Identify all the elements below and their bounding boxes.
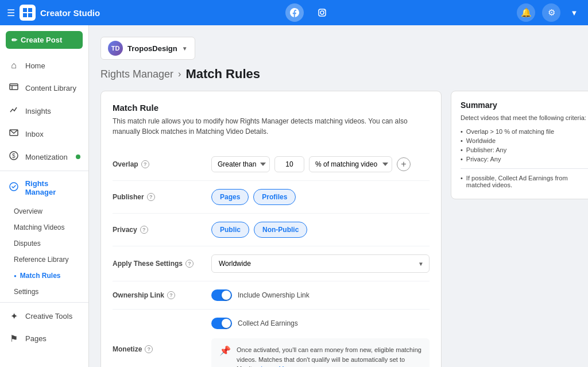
summary-item-overlap: Overlap > 10 % of matching file — [461, 127, 588, 136]
overlap-comparator-select[interactable]: Greater than Less than Equal to — [211, 156, 270, 172]
summary-list: Overlap > 10 % of matching file Worldwid… — [461, 127, 588, 164]
main-card: Match Rule This match rule allows you to… — [100, 91, 442, 367]
ownership-link-toggle-row: Include Ownership Link — [211, 289, 310, 301]
publisher-controls: Pages Profiles — [211, 189, 296, 205]
overlap-row: Overlap ? Greater than Less than Equal t… — [113, 148, 430, 181]
summary-card: Summary Detect videos that meet the foll… — [451, 91, 588, 199]
account-dropdown-arrow-icon: ▼ — [182, 45, 188, 52]
summary-title: Summary — [461, 101, 588, 110]
nav-center — [100, 3, 517, 22]
sidebar-item-pages[interactable]: ⚑ Pages — [0, 327, 88, 350]
monetize-toggle-thumb — [222, 319, 231, 328]
settings-button[interactable]: ⚙ — [542, 3, 560, 22]
info-box-text: Once activated, you'll can earn money fr… — [237, 345, 421, 367]
creative-tools-icon: ✦ — [8, 311, 20, 322]
sidebar: ✏ Create Post ⌂ Home Content Library Ins… — [0, 25, 89, 367]
inbox-icon — [8, 128, 20, 140]
facebook-nav-icon[interactable] — [285, 3, 304, 22]
summary-item-location: Worldwide — [461, 136, 588, 145]
publisher-profiles-button[interactable]: Profiles — [253, 189, 296, 205]
ownership-link-toggle-label: Include Ownership Link — [238, 291, 310, 299]
create-post-button[interactable]: ✏ Create Post — [6, 31, 83, 49]
sidebar-item-content-library[interactable]: Content Library — [0, 76, 88, 99]
monetization-icon: $ — [8, 151, 20, 163]
breadcrumb-parent: Rights Manager — [100, 68, 173, 80]
svg-point-6 — [324, 10, 325, 11]
top-nav: ☰ Creator Studio 🔔 ⚙ ▼ — [0, 0, 588, 25]
apply-settings-help-icon[interactable]: ? — [185, 260, 194, 268]
svg-rect-7 — [10, 84, 18, 90]
ownership-link-toggle-thumb — [222, 291, 231, 300]
sidebar-item-inbox[interactable]: Inbox — [0, 122, 88, 145]
overlap-value-input[interactable] — [274, 156, 304, 172]
apply-settings-row: Apply These Settings ? Worldwide United … — [113, 246, 430, 281]
submenu-settings[interactable]: Settings — [0, 284, 88, 300]
location-select-wrapper: Worldwide United States United Kingdom C… — [211, 254, 430, 273]
add-overlap-condition-button[interactable]: + — [397, 157, 411, 171]
match-rule-title: Match Rule — [113, 103, 430, 113]
sidebar-item-monetization[interactable]: $ Monetization — [0, 145, 88, 168]
sidebar-item-rights-manager[interactable]: Rights Manager — [0, 173, 88, 202]
nav-left: ☰ Creator Studio — [7, 5, 100, 21]
monetize-info-box: 📌 Once activated, you'll can earn money … — [211, 338, 430, 367]
location-select[interactable]: Worldwide United States United Kingdom C… — [211, 254, 430, 273]
svg-rect-1 — [28, 8, 32, 12]
monetize-help-icon[interactable]: ? — [145, 345, 153, 353]
main-layout: ✏ Create Post ⌂ Home Content Library Ins… — [0, 25, 588, 367]
submenu-match-rules[interactable]: Match Rules — [0, 268, 88, 284]
submenu-matching-videos[interactable]: Matching Videos — [0, 219, 88, 235]
nav-right: 🔔 ⚙ ▼ — [517, 3, 581, 22]
account-avatar: TD — [108, 41, 123, 56]
content-area: TD TroposDesign ▼ Rights Manager › Match… — [89, 25, 588, 367]
summary-item-collect-earnings: If possible, Collect Ad Earnings from ma… — [461, 173, 588, 190]
breadcrumb-arrow-icon: › — [178, 69, 181, 79]
notifications-button[interactable]: 🔔 — [517, 3, 535, 22]
privacy-non-public-button[interactable]: Non-Public — [254, 222, 307, 238]
instagram-nav-icon[interactable] — [313, 3, 331, 22]
submenu-reference-library[interactable]: Reference Library — [0, 252, 88, 268]
publisher-pages-button[interactable]: Pages — [211, 189, 249, 205]
privacy-public-button[interactable]: Public — [211, 222, 249, 238]
summary-divider — [461, 168, 588, 169]
content-library-icon — [8, 82, 20, 94]
match-rule-description: This match rule allows you to modify how… — [113, 116, 430, 137]
sidebar-divider-2 — [0, 302, 88, 303]
privacy-row: Privacy ? Public Non-Public — [113, 214, 430, 246]
sidebar-item-creative-tools[interactable]: ✦ Creative Tools — [0, 305, 88, 327]
monetization-dot — [76, 154, 80, 159]
ownership-link-label: Ownership Link ? — [113, 291, 204, 299]
svg-point-5 — [320, 11, 324, 14]
overlap-label: Overlap ? — [113, 160, 204, 168]
summary-extra-list: If possible, Collect Ad Earnings from ma… — [461, 173, 588, 190]
card-layout: Match Rule This match rule allows you to… — [100, 91, 577, 367]
submenu-disputes[interactable]: Disputes — [0, 235, 88, 252]
ownership-link-help-icon[interactable]: ? — [167, 291, 175, 299]
overlap-unit-select[interactable]: % of matching video % of reference video — [309, 156, 392, 172]
svg-text:$: $ — [12, 153, 16, 159]
svg-rect-0 — [23, 8, 27, 12]
publisher-help-icon[interactable]: ? — [147, 193, 155, 201]
submenu-overview[interactable]: Overview — [0, 203, 88, 219]
rights-manager-icon — [8, 182, 20, 194]
hamburger-icon[interactable]: ☰ — [7, 7, 15, 18]
brand-logo — [20, 5, 36, 21]
account-selector[interactable]: TD TroposDesign ▼ — [100, 37, 195, 60]
monetize-toggle[interactable] — [211, 318, 232, 329]
monetize-label: Monetize ? — [113, 345, 204, 353]
page-header: Rights Manager › Match Rules — [100, 67, 577, 82]
profile-dropdown-button[interactable]: ▼ — [567, 6, 581, 20]
summary-item-privacy: Privacy: Any — [461, 154, 588, 164]
svg-rect-3 — [28, 13, 32, 17]
privacy-help-icon[interactable]: ? — [140, 226, 148, 234]
account-name: TroposDesign — [127, 44, 177, 53]
overlap-help-icon[interactable]: ? — [141, 160, 149, 168]
sidebar-item-insights[interactable]: Insights — [0, 99, 88, 122]
sidebar-item-home[interactable]: ⌂ Home — [0, 55, 88, 76]
brand-name: Creator Studio — [40, 8, 100, 18]
rights-manager-submenu: Overview Matching Videos Disputes Refere… — [0, 203, 88, 300]
monetize-controls: Collect Ad Earnings 📌 Once activated, yo… — [211, 318, 430, 367]
breadcrumb-current: Match Rules — [185, 67, 260, 82]
ownership-link-toggle[interactable] — [211, 289, 232, 301]
monetize-row: Monetize ? Collect Ad Earnings 📌 — [113, 310, 430, 367]
summary-subtitle: Detect videos that meet the following cr… — [461, 114, 588, 121]
